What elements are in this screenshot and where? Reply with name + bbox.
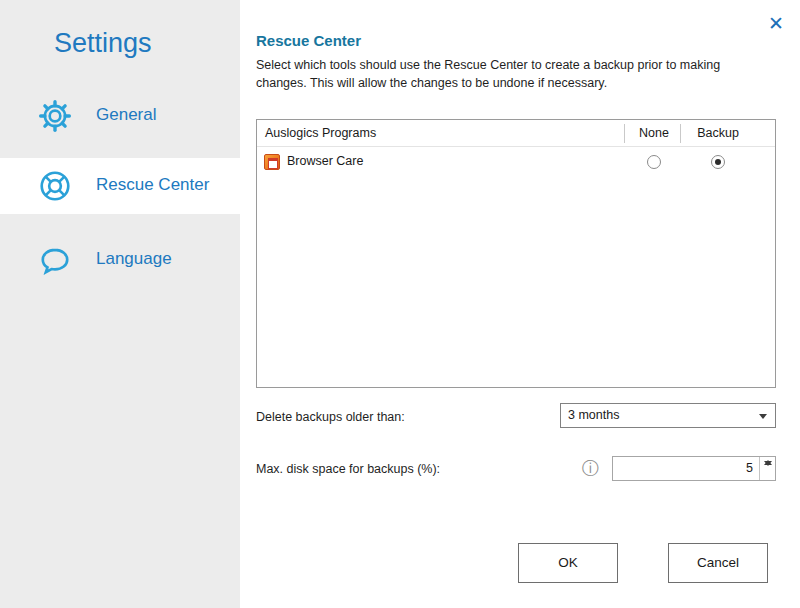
down-arrow-icon: [764, 461, 772, 466]
sidebar-item-label: Language: [96, 249, 172, 269]
header-separator: [680, 124, 681, 143]
table-header: Auslogics Programs None Backup: [257, 120, 775, 147]
speech-bubble-icon: [38, 243, 72, 277]
cancel-button[interactable]: Cancel: [668, 543, 768, 583]
column-header-backup: Backup: [684, 126, 752, 140]
dropdown-selected-value: 3 months: [568, 408, 619, 422]
page-title: Rescue Center: [256, 32, 361, 49]
sidebar-item-label: General: [96, 105, 156, 125]
settings-title: Settings: [54, 28, 152, 59]
max-disk-label: Max. disk space for backups (%):: [256, 462, 440, 476]
ok-button[interactable]: OK: [518, 543, 618, 583]
sidebar-item-rescue-center[interactable]: Rescue Center: [0, 158, 240, 214]
chevron-down-icon: [759, 414, 767, 419]
max-disk-spinner[interactable]: 5: [612, 456, 776, 481]
info-icon[interactable]: ⓘ: [582, 460, 599, 477]
gear-icon: [38, 99, 72, 133]
sidebar: Settings: [0, 0, 240, 608]
delete-backups-dropdown[interactable]: 3 months: [560, 403, 776, 428]
delete-backups-label: Delete backups older than:: [256, 410, 405, 424]
sidebar-item-general[interactable]: General: [0, 88, 240, 144]
lifebuoy-icon: [38, 169, 72, 203]
sidebar-item-language[interactable]: Language: [0, 232, 240, 288]
table-row: Browser Care: [257, 147, 775, 177]
radio-none[interactable]: [647, 155, 661, 169]
program-name: Browser Care: [287, 154, 363, 168]
settings-window: Settings: [0, 0, 800, 608]
column-header-none: None: [628, 126, 680, 140]
spinner-buttons: [759, 457, 775, 480]
column-header-programs: Auslogics Programs: [265, 126, 376, 140]
sidebar-item-label: Rescue Center: [96, 175, 209, 195]
header-separator: [624, 124, 625, 143]
page-description: Select which tools should use the Rescue…: [256, 56, 774, 92]
spinner-value: 5: [746, 461, 753, 475]
radio-backup[interactable]: [711, 155, 725, 169]
browser-care-icon: [264, 154, 280, 170]
programs-table: Auslogics Programs None Backup Browser C…: [256, 119, 776, 388]
close-icon[interactable]: ✕: [762, 10, 790, 38]
